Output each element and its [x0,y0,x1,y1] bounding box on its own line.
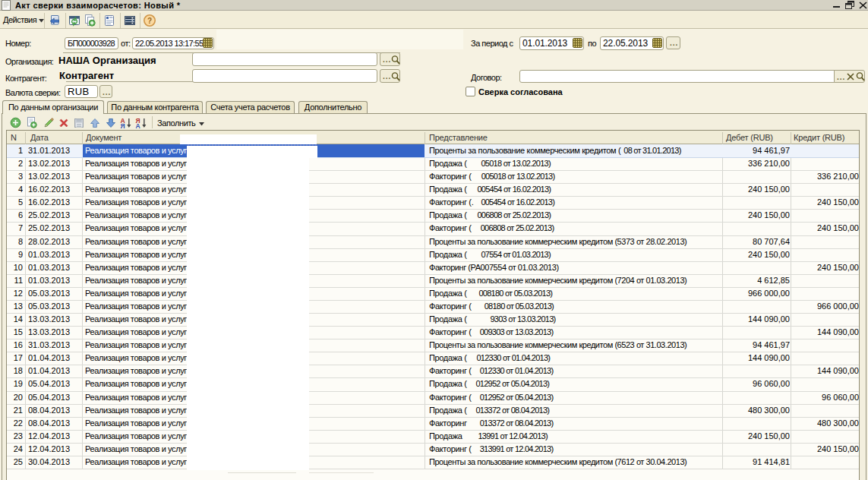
svg-text:?: ? [147,17,152,25]
svg-text:Я: Я [121,122,125,129]
svg-text:А: А [136,122,140,129]
